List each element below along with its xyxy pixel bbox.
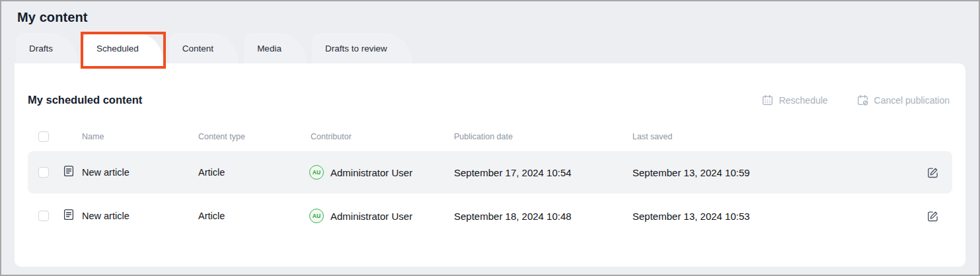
publication-date: September 17, 2024 10:54 [454,167,632,178]
row-checkbox[interactable] [38,211,49,221]
tab-label: Drafts [29,44,53,53]
article-icon [62,208,75,224]
edit-button[interactable] [924,164,942,182]
table-body: New article Article AU Administrator Use… [28,151,952,237]
select-all-checkbox[interactable] [38,131,49,142]
contributor-name: Administrator User [330,167,412,178]
table-row[interactable]: New article Article AU Administrator Use… [28,195,952,237]
contributor-name: Administrator User [330,211,412,222]
scheduled-content-panel: My scheduled content Reschedule [15,63,965,267]
row-checkbox[interactable] [38,167,49,178]
panel-toolbar: My scheduled content Reschedule [28,63,952,106]
last-saved-date: September 13, 2024 10:59 [632,167,913,178]
page-title: My content [17,10,979,25]
header-checkbox-cell [28,131,82,142]
edit-button[interactable] [924,207,942,225]
column-header-content-type: Content type [198,132,311,141]
content-type: Article [198,167,311,178]
avatar: AU [309,165,324,180]
column-header-contributor: Contributor [311,132,454,141]
tab-bar: Drafts Scheduled Content Media Drafts to… [16,33,979,63]
tab-label: Scheduled [96,44,139,53]
tab-scheduled[interactable]: Scheduled [83,33,164,63]
toolbar-actions: Reschedule Cancel publication [762,94,950,106]
tab-label: Drafts to review [325,44,387,53]
tab-media[interactable]: Media [244,33,307,63]
publication-date: September 18, 2024 10:48 [454,211,632,222]
article-icon [62,164,75,180]
table-header-row: Name Content type Contributor Publicatio… [28,122,952,151]
last-saved-date: September 13, 2024 10:53 [632,211,913,222]
avatar: AU [309,209,324,223]
column-header-publication-date: Publication date [454,132,632,141]
calendar-icon [762,94,773,106]
reschedule-label: Reschedule [779,95,828,106]
reschedule-button[interactable]: Reschedule [762,94,828,106]
table-row[interactable]: New article Article AU Administrator Use… [28,151,952,193]
column-header-name: Name [82,132,198,141]
calendar-cancel-icon [857,94,868,106]
panel-title: My scheduled content [28,94,142,106]
content-type: Article [198,211,311,221]
tab-label: Content [182,44,213,53]
content-name: New article [82,167,198,178]
tab-drafts[interactable]: Drafts [16,33,78,63]
cancel-publication-button[interactable]: Cancel publication [857,94,950,106]
tab-label: Media [257,44,282,53]
page-header: My content [1,1,979,25]
column-header-last-saved: Last saved [632,132,913,141]
content-name: New article [82,211,198,221]
scheduled-content-table: Name Content type Contributor Publicatio… [28,122,952,237]
tab-content[interactable]: Content [169,33,239,63]
tab-drafts-to-review[interactable]: Drafts to review [312,33,412,63]
cancel-publication-label: Cancel publication [874,95,950,106]
